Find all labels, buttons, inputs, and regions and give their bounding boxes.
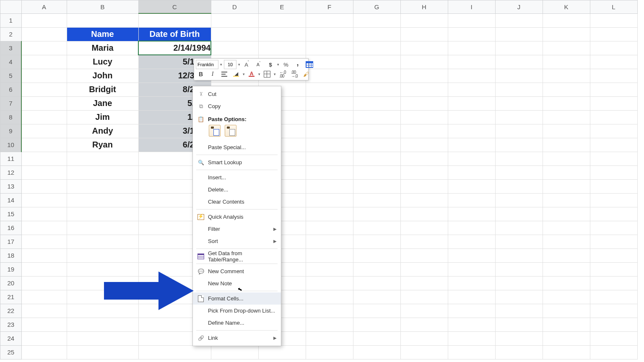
row-header-10[interactable]: 10 — [0, 138, 22, 152]
cell-G2[interactable] — [353, 27, 400, 41]
cell-G4[interactable] — [353, 55, 400, 69]
row-header-13[interactable]: 13 — [0, 179, 22, 193]
cell-L16[interactable] — [590, 221, 637, 235]
cell-J5[interactable] — [495, 69, 543, 83]
cell-G19[interactable] — [353, 262, 400, 276]
menu-copy[interactable]: Copy — [193, 100, 281, 112]
cell-F21[interactable] — [306, 290, 353, 304]
cell-H6[interactable] — [400, 83, 448, 96]
cell-B12[interactable] — [67, 165, 138, 179]
cell-I2[interactable] — [448, 27, 495, 41]
row-header-18[interactable]: 18 — [0, 248, 22, 262]
italic-button[interactable] — [208, 70, 218, 79]
cell-J6[interactable] — [495, 83, 543, 96]
cell-F12[interactable] — [306, 165, 353, 179]
cell-H11[interactable] — [400, 152, 448, 165]
cell-G8[interactable] — [353, 110, 400, 124]
row-header-17[interactable]: 17 — [0, 235, 22, 248]
row-header-5[interactable]: 5 — [0, 69, 22, 83]
cell-A10[interactable] — [21, 138, 67, 152]
column-header-H[interactable]: H — [400, 0, 448, 14]
cell-B1[interactable] — [67, 13, 138, 27]
cell-H22[interactable] — [400, 304, 448, 318]
cell-J3[interactable] — [495, 41, 543, 55]
cell-K21[interactable] — [543, 290, 590, 304]
cell-B6[interactable]: Bridgit — [67, 83, 138, 96]
cell-D25[interactable] — [211, 345, 258, 359]
cell-F17[interactable] — [306, 235, 353, 248]
cell-G6[interactable] — [353, 83, 400, 96]
cell-L13[interactable] — [590, 179, 637, 193]
row-header-8[interactable]: 8 — [0, 110, 22, 124]
cell-L1[interactable] — [590, 13, 637, 27]
cell-J15[interactable] — [495, 207, 543, 221]
row-header-11[interactable]: 11 — [0, 152, 22, 165]
cell-B8[interactable]: Jim — [67, 110, 138, 124]
cell-A1[interactable] — [21, 13, 67, 27]
cell-J8[interactable] — [495, 110, 543, 124]
fill-color-dropdown-icon[interactable]: ▾ — [243, 72, 245, 76]
cell-J11[interactable] — [495, 152, 543, 165]
cell-A4[interactable] — [21, 55, 67, 69]
cell-G15[interactable] — [353, 207, 400, 221]
cell-J13[interactable] — [495, 179, 543, 193]
cell-I6[interactable] — [448, 83, 495, 96]
cell-I1[interactable] — [448, 13, 495, 27]
menu-cut[interactable]: Cut — [193, 88, 281, 100]
row-header-16[interactable]: 16 — [0, 221, 22, 235]
cell-K20[interactable] — [543, 276, 590, 290]
column-header-C[interactable]: C — [138, 0, 211, 14]
cell-G12[interactable] — [353, 165, 400, 179]
row-header-7[interactable]: 7 — [0, 96, 22, 110]
cell-A13[interactable] — [21, 179, 67, 193]
currency-dropdown-icon[interactable]: ▾ — [277, 62, 279, 67]
cell-H7[interactable] — [400, 96, 448, 110]
row-header-19[interactable]: 19 — [0, 262, 22, 276]
cell-H9[interactable] — [400, 124, 448, 138]
cell-H25[interactable] — [400, 345, 448, 359]
font-color-button[interactable]: A — [247, 70, 257, 79]
cell-I20[interactable] — [448, 276, 495, 290]
cell-A24[interactable] — [21, 331, 67, 345]
menu-paste-special[interactable]: Paste Special... — [193, 141, 281, 153]
row-header-24[interactable]: 24 — [0, 331, 22, 345]
cell-J16[interactable] — [495, 221, 543, 235]
cell-G21[interactable] — [353, 290, 400, 304]
row-header-22[interactable]: 22 — [0, 304, 22, 318]
cell-L25[interactable] — [590, 345, 637, 359]
cell-I19[interactable] — [448, 262, 495, 276]
row-header-4[interactable]: 4 — [0, 55, 22, 69]
decrease-decimal-button[interactable] — [289, 70, 299, 79]
cell-H12[interactable] — [400, 165, 448, 179]
cell-L22[interactable] — [590, 304, 637, 318]
cell-F16[interactable] — [306, 221, 353, 235]
cell-I17[interactable] — [448, 235, 495, 248]
cell-L2[interactable] — [590, 27, 637, 41]
increase-decimal-button[interactable] — [278, 70, 288, 79]
cell-D1[interactable] — [211, 13, 258, 27]
cell-B24[interactable] — [67, 331, 138, 345]
cell-F24[interactable] — [306, 331, 353, 345]
cell-C3[interactable]: 2/14/1994 — [138, 41, 211, 55]
menu-pick-from-list[interactable]: Pick From Drop-down List... — [193, 305, 281, 317]
cell-J19[interactable] — [495, 262, 543, 276]
cell-I3[interactable] — [448, 41, 495, 55]
cell-C25[interactable] — [138, 345, 211, 359]
cell-K2[interactable] — [543, 27, 590, 41]
cell-A18[interactable] — [21, 248, 67, 262]
cell-K11[interactable] — [543, 152, 590, 165]
cell-E1[interactable] — [258, 13, 306, 27]
decrease-font-button[interactable] — [254, 60, 264, 69]
row-header-21[interactable]: 21 — [0, 290, 22, 304]
column-header-J[interactable]: J — [495, 0, 543, 14]
cell-J9[interactable] — [495, 124, 543, 138]
cell-I10[interactable] — [448, 138, 495, 152]
font-size-combo[interactable] — [224, 60, 236, 69]
cell-F15[interactable] — [306, 207, 353, 221]
cell-F7[interactable] — [306, 96, 353, 110]
cell-J1[interactable] — [495, 13, 543, 27]
cell-L9[interactable] — [590, 124, 637, 138]
comma-format-button[interactable] — [293, 60, 303, 69]
cell-B23[interactable] — [67, 318, 138, 331]
cell-K3[interactable] — [543, 41, 590, 55]
